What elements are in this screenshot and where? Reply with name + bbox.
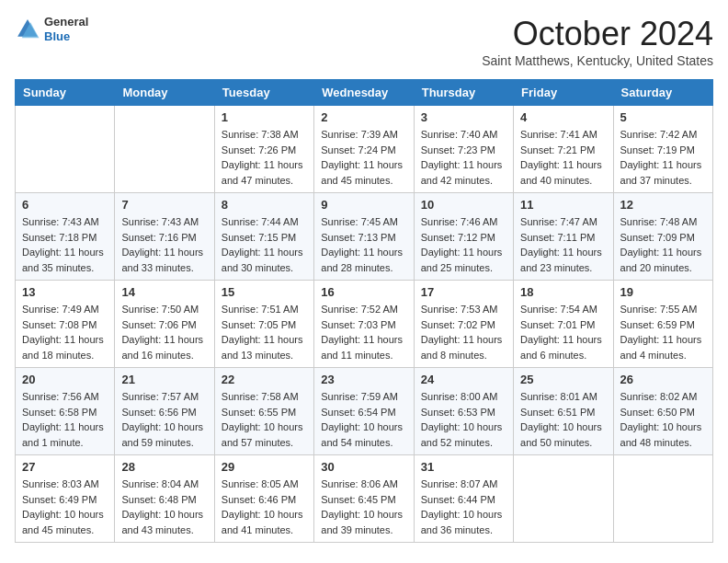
calendar-cell: 6Sunrise: 7:43 AMSunset: 7:18 PMDaylight… <box>16 193 115 281</box>
day-number: 21 <box>121 373 207 386</box>
day-number: 27 <box>22 460 108 474</box>
col-header-wednesday: Wednesday <box>314 80 414 106</box>
page-header: General Blue October 2024 Saint Matthews… <box>15 15 713 68</box>
day-number: 11 <box>520 198 606 212</box>
day-info: Sunrise: 7:43 AMSunset: 7:18 PMDaylight:… <box>22 214 108 275</box>
day-info: Sunrise: 7:38 AMSunset: 7:26 PMDaylight:… <box>222 127 307 188</box>
day-number: 5 <box>620 110 706 124</box>
calendar-cell: 28Sunrise: 8:04 AMSunset: 6:48 PMDayligh… <box>115 455 214 543</box>
calendar-cell: 2Sunrise: 7:39 AMSunset: 7:24 PMDaylight… <box>314 106 414 193</box>
calendar-cell: 11Sunrise: 7:47 AMSunset: 7:11 PMDayligh… <box>514 193 613 281</box>
calendar-table: SundayMondayTuesdayWednesdayThursdayFrid… <box>15 79 713 543</box>
calendar-cell: 23Sunrise: 7:59 AMSunset: 6:54 PMDayligh… <box>314 368 414 455</box>
calendar-cell: 12Sunrise: 7:48 AMSunset: 7:09 PMDayligh… <box>613 193 712 281</box>
calendar-cell <box>613 455 712 543</box>
day-info: Sunrise: 7:56 AMSunset: 6:58 PMDaylight:… <box>22 389 108 450</box>
day-info: Sunrise: 7:51 AMSunset: 7:05 PMDaylight:… <box>222 302 307 362</box>
calendar-cell: 29Sunrise: 8:05 AMSunset: 6:46 PMDayligh… <box>214 455 313 543</box>
day-number: 3 <box>421 110 506 124</box>
logo-icon <box>15 17 40 42</box>
calendar-cell: 26Sunrise: 8:02 AMSunset: 6:50 PMDayligh… <box>613 368 712 455</box>
day-info: Sunrise: 7:49 AMSunset: 7:08 PMDaylight:… <box>22 302 108 362</box>
day-number: 13 <box>22 285 108 299</box>
day-info: Sunrise: 7:54 AMSunset: 7:01 PMDaylight:… <box>520 302 606 362</box>
calendar-week-row: 20Sunrise: 7:56 AMSunset: 6:58 PMDayligh… <box>16 368 713 455</box>
day-number: 16 <box>321 285 406 299</box>
day-info: Sunrise: 7:44 AMSunset: 7:15 PMDaylight:… <box>222 214 307 275</box>
day-number: 7 <box>121 198 207 212</box>
day-info: Sunrise: 7:46 AMSunset: 7:12 PMDaylight:… <box>421 214 506 275</box>
day-info: Sunrise: 8:07 AMSunset: 6:44 PMDaylight:… <box>421 477 506 537</box>
day-info: Sunrise: 8:01 AMSunset: 6:51 PMDaylight:… <box>520 389 606 450</box>
day-number: 18 <box>520 285 606 299</box>
day-number: 29 <box>222 460 307 474</box>
day-info: Sunrise: 7:48 AMSunset: 7:09 PMDaylight:… <box>620 214 706 275</box>
calendar-week-row: 1Sunrise: 7:38 AMSunset: 7:26 PMDaylight… <box>16 106 713 193</box>
calendar-cell: 1Sunrise: 7:38 AMSunset: 7:26 PMDaylight… <box>214 106 313 193</box>
day-number: 12 <box>620 198 706 212</box>
day-info: Sunrise: 7:57 AMSunset: 6:56 PMDaylight:… <box>121 389 207 450</box>
day-number: 6 <box>22 198 108 212</box>
calendar-cell: 15Sunrise: 7:51 AMSunset: 7:05 PMDayligh… <box>214 281 313 368</box>
col-header-friday: Friday <box>514 80 613 106</box>
calendar-cell: 9Sunrise: 7:45 AMSunset: 7:13 PMDaylight… <box>314 193 414 281</box>
logo-general: General <box>44 15 88 29</box>
day-info: Sunrise: 7:41 AMSunset: 7:21 PMDaylight:… <box>520 127 606 188</box>
logo-blue: Blue <box>44 29 88 44</box>
day-info: Sunrise: 7:45 AMSunset: 7:13 PMDaylight:… <box>321 214 406 275</box>
calendar-cell: 21Sunrise: 7:57 AMSunset: 6:56 PMDayligh… <box>115 368 214 455</box>
day-number: 22 <box>222 373 307 386</box>
day-info: Sunrise: 7:58 AMSunset: 6:55 PMDaylight:… <box>222 389 307 450</box>
day-number: 30 <box>321 460 406 474</box>
day-number: 24 <box>421 373 506 386</box>
day-number: 28 <box>121 460 207 474</box>
day-number: 9 <box>321 198 406 212</box>
calendar-week-row: 13Sunrise: 7:49 AMSunset: 7:08 PMDayligh… <box>16 281 713 368</box>
day-info: Sunrise: 7:39 AMSunset: 7:24 PMDaylight:… <box>321 127 406 188</box>
calendar-week-row: 6Sunrise: 7:43 AMSunset: 7:18 PMDaylight… <box>16 193 713 281</box>
calendar-cell: 13Sunrise: 7:49 AMSunset: 7:08 PMDayligh… <box>16 281 115 368</box>
calendar-cell: 27Sunrise: 8:03 AMSunset: 6:49 PMDayligh… <box>16 455 115 543</box>
day-info: Sunrise: 8:05 AMSunset: 6:46 PMDaylight:… <box>222 477 307 537</box>
day-info: Sunrise: 7:40 AMSunset: 7:23 PMDaylight:… <box>421 127 506 188</box>
day-info: Sunrise: 8:00 AMSunset: 6:53 PMDaylight:… <box>421 389 506 450</box>
calendar-cell: 30Sunrise: 8:06 AMSunset: 6:45 PMDayligh… <box>314 455 414 543</box>
day-info: Sunrise: 7:47 AMSunset: 7:11 PMDaylight:… <box>520 214 606 275</box>
calendar-cell: 7Sunrise: 7:43 AMSunset: 7:16 PMDaylight… <box>115 193 214 281</box>
title-block: October 2024 Saint Matthews, Kentucky, U… <box>482 15 713 68</box>
calendar-cell: 18Sunrise: 7:54 AMSunset: 7:01 PMDayligh… <box>514 281 613 368</box>
day-number: 4 <box>520 110 606 124</box>
col-header-monday: Monday <box>115 80 214 106</box>
calendar-cell: 5Sunrise: 7:42 AMSunset: 7:19 PMDaylight… <box>613 106 712 193</box>
calendar-cell <box>514 455 613 543</box>
day-info: Sunrise: 8:03 AMSunset: 6:49 PMDaylight:… <box>22 477 108 537</box>
day-number: 25 <box>520 373 606 386</box>
day-number: 10 <box>421 198 506 212</box>
calendar-week-row: 27Sunrise: 8:03 AMSunset: 6:49 PMDayligh… <box>16 455 713 543</box>
month-title: October 2024 <box>482 15 713 53</box>
day-number: 14 <box>121 285 207 299</box>
day-number: 8 <box>222 198 307 212</box>
day-info: Sunrise: 7:52 AMSunset: 7:03 PMDaylight:… <box>321 302 406 362</box>
calendar-cell: 3Sunrise: 7:40 AMSunset: 7:23 PMDaylight… <box>414 106 513 193</box>
location-subtitle: Saint Matthews, Kentucky, United States <box>482 53 713 68</box>
calendar-header-row: SundayMondayTuesdayWednesdayThursdayFrid… <box>16 80 713 106</box>
calendar-cell: 8Sunrise: 7:44 AMSunset: 7:15 PMDaylight… <box>214 193 313 281</box>
day-info: Sunrise: 7:55 AMSunset: 6:59 PMDaylight:… <box>620 302 706 362</box>
day-number: 31 <box>421 460 506 474</box>
day-number: 1 <box>222 110 307 124</box>
calendar-cell: 24Sunrise: 8:00 AMSunset: 6:53 PMDayligh… <box>414 368 513 455</box>
day-number: 23 <box>321 373 406 386</box>
calendar-cell: 20Sunrise: 7:56 AMSunset: 6:58 PMDayligh… <box>16 368 115 455</box>
day-number: 19 <box>620 285 706 299</box>
calendar-cell: 22Sunrise: 7:58 AMSunset: 6:55 PMDayligh… <box>214 368 313 455</box>
calendar-cell: 4Sunrise: 7:41 AMSunset: 7:21 PMDaylight… <box>514 106 613 193</box>
calendar-cell: 10Sunrise: 7:46 AMSunset: 7:12 PMDayligh… <box>414 193 513 281</box>
day-info: Sunrise: 8:04 AMSunset: 6:48 PMDaylight:… <box>121 477 207 537</box>
day-info: Sunrise: 7:42 AMSunset: 7:19 PMDaylight:… <box>620 127 706 188</box>
day-info: Sunrise: 7:59 AMSunset: 6:54 PMDaylight:… <box>321 389 406 450</box>
day-info: Sunrise: 7:43 AMSunset: 7:16 PMDaylight:… <box>121 214 207 275</box>
day-number: 17 <box>421 285 506 299</box>
day-info: Sunrise: 7:53 AMSunset: 7:02 PMDaylight:… <box>421 302 506 362</box>
calendar-cell: 19Sunrise: 7:55 AMSunset: 6:59 PMDayligh… <box>613 281 712 368</box>
